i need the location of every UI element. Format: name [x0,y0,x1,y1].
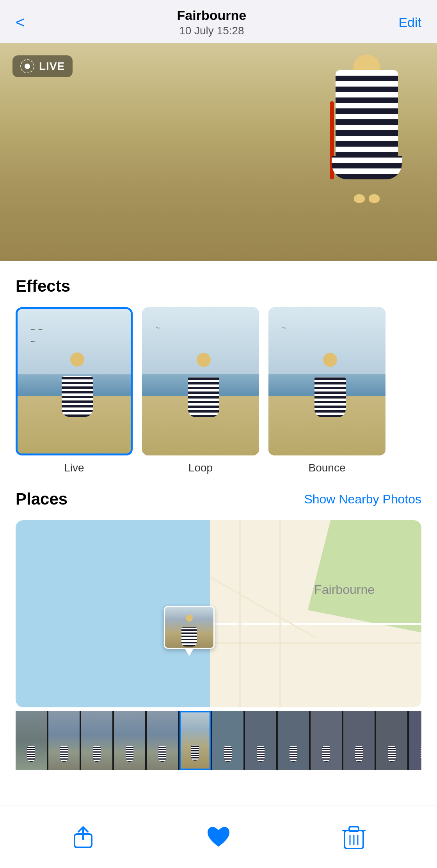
live-badge[interactable]: LIVE [12,55,73,77]
effect-label-bounce: Bounce [309,462,346,474]
film-frame-7[interactable] [212,711,243,770]
effects-header: Effects [16,277,421,296]
film-person-8 [257,746,265,762]
film-person-2 [60,746,68,762]
effect-thumb-live[interactable]: ~~ ~ [16,307,133,455]
share-icon [71,825,95,849]
effect-item-loop[interactable]: ~ Loop [142,307,259,474]
thumb-child-head-loop [197,353,211,367]
film-frame-4[interactable] [114,711,145,770]
thumb-child-poncho-loop [188,377,219,417]
places-header: Places Show Nearby Photos [16,490,421,508]
film-person-center [191,745,199,761]
thumb-child-head-bounce [323,353,337,367]
share-button[interactable] [68,822,99,853]
thumb-child-loop [188,353,219,404]
map-container[interactable]: Fairbourne enrhyn [16,520,421,707]
left-foot [354,194,365,203]
map-photo-pin[interactable] [164,606,215,656]
map-photo-thumb-inner [165,607,213,648]
poncho [336,70,398,179]
map-road-horizontal-1 [186,623,421,625]
live-label: LIVE [39,60,65,73]
child-figure [328,55,406,203]
film-person-12 [388,746,396,762]
poncho-body [336,70,398,179]
film-person-4 [126,746,133,762]
effects-title: Effects [16,277,70,296]
thumb-child-poncho [62,376,93,417]
map-thumb-poncho [181,627,197,647]
film-person-9 [290,746,297,762]
content-area: Effects ~~ ~ [0,261,437,848]
film-person-13 [421,746,421,762]
film-person-11 [355,746,363,762]
effect-label-live: Live [64,462,84,474]
film-frame-9[interactable] [278,711,309,770]
film-person-5 [158,746,166,762]
like-button[interactable] [203,822,234,853]
poncho-red-edge [330,101,334,179]
photo-date-time: 10 July 15:28 [177,25,247,37]
film-frame-center[interactable] [179,711,211,770]
heart-icon [206,825,231,849]
film-frame-12[interactable] [376,711,407,770]
map-thumb-child [181,615,197,640]
thumb-child-head [70,353,84,367]
effects-section: Effects ~~ ~ [16,261,421,474]
film-frame-11[interactable] [343,711,375,770]
map-road-vertical-1 [239,520,241,707]
photo-location-title: Fairbourne [177,8,247,23]
film-person-7 [224,746,232,762]
film-frame-1[interactable] [16,711,47,770]
thumb-child-live [62,353,93,403]
effect-item-live[interactable]: ~~ ~ Live [16,307,133,474]
thumb-beach-live: ~~ ~ [18,309,131,453]
thumb-beach-bounce: ~ [268,307,385,455]
film-person-3 [93,746,101,762]
map-photo-thumbnail [164,606,215,649]
svg-rect-4 [349,827,359,831]
thumb-child-bounce [314,353,346,404]
film-frame-13[interactable] [409,711,421,770]
show-nearby-photos-button[interactable]: Show Nearby Photos [304,492,421,507]
edit-button[interactable]: Edit [398,15,421,30]
film-person-1 [27,746,35,762]
live-icon [20,59,34,73]
map-thumb-head [186,615,193,622]
header: < Fairbourne 10 July 15:28 Edit [0,0,437,43]
effects-row: ~~ ~ Live [16,307,421,474]
thumb-child-poncho-bounce [314,377,346,417]
thumb-beach-loop: ~ [142,307,259,455]
back-button[interactable]: < [16,14,25,30]
trash-icon [342,824,366,850]
map-road-vertical-2 [279,520,281,707]
places-title: Places [16,490,68,508]
filmstrip[interactable] [16,711,421,770]
film-person-10 [322,746,330,762]
header-center: Fairbourne 10 July 15:28 [177,8,247,37]
delete-button[interactable] [338,822,369,853]
places-section: Places Show Nearby Photos Fairbourne enr… [16,474,421,770]
bottom-toolbar [0,806,437,868]
film-frame-3[interactable] [81,711,112,770]
effect-item-bounce[interactable]: ~ Bounce [268,307,385,474]
film-frame-5[interactable] [147,711,178,770]
child-feet [354,194,380,203]
film-frame-8[interactable] [245,711,276,770]
map-pin-tail [185,648,194,656]
live-dot [25,64,30,69]
map-road-horizontal-2 [186,642,421,644]
map-fairbourne-label: Fairbourne [314,583,375,597]
birds-icon: ~~ ~ [29,324,44,348]
film-frame-10[interactable] [311,711,342,770]
film-frame-2[interactable] [48,711,80,770]
effect-thumb-loop[interactable]: ~ [142,307,259,455]
effect-label-loop: Loop [188,462,213,474]
main-photo[interactable]: LIVE [0,43,437,261]
right-foot [369,194,380,203]
effect-thumb-bounce[interactable]: ~ [268,307,385,455]
birds-loop-icon: ~ [154,322,162,334]
birds-bounce-icon: ~ [280,322,288,334]
